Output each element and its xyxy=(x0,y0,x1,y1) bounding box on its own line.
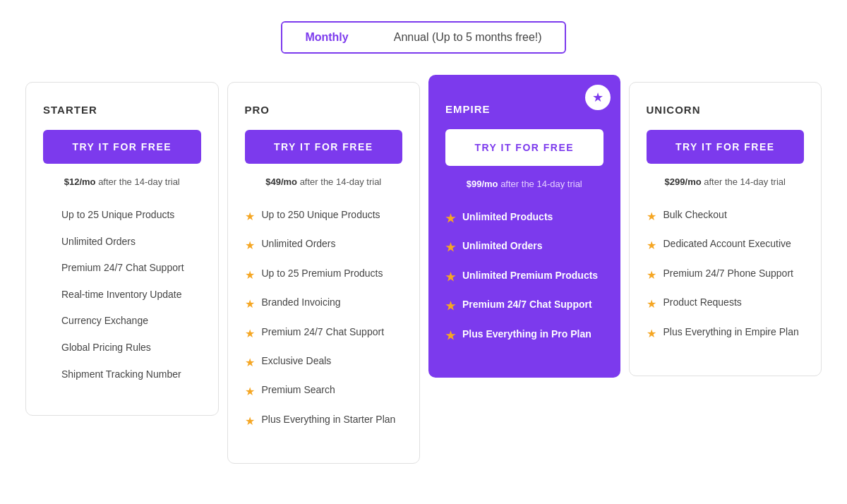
feature-text: Premium 24/7 Phone Support xyxy=(663,267,793,281)
star-icon: ★ xyxy=(245,326,255,342)
feature-item: ★ Unlimited Products xyxy=(445,210,603,227)
features-list: ★ Unlimited Products ★ Unlimited Orders … xyxy=(445,210,603,344)
feature-item: ★ Premium Search xyxy=(245,383,403,400)
feature-item: ★ Plus Everything in Starter Plan xyxy=(245,413,403,429)
feature-item: ★ Plus Everything in Pro Plan xyxy=(445,328,603,344)
feature-item: ★ Dedicated Account Executive xyxy=(647,237,805,253)
feature-item: ★ Unlimited Premium Products xyxy=(445,269,603,285)
feature-text: Premium 24/7 Chat Support xyxy=(262,325,385,340)
feature-item: Up to 25 Unique Products xyxy=(43,208,201,222)
feature-text: Premium 24/7 Chat Support xyxy=(462,298,592,312)
plan-name: EMPIRE xyxy=(445,103,603,115)
feature-text: Shipment Tracking Number xyxy=(61,368,181,382)
star-icon: ★ xyxy=(647,209,656,224)
feature-item: ★ Premium 24/7 Chat Support xyxy=(245,325,403,342)
plans-container: STARTER TRY IT FOR FREE $12/mo after the… xyxy=(21,82,826,464)
star-icon: ★ xyxy=(245,209,255,224)
billing-toggle[interactable]: Monthly Annual (Up to 5 months free!) xyxy=(281,21,565,54)
features-list: ★ Up to 250 Unique Products ★ Unlimited … xyxy=(245,208,403,429)
feature-item: ★ Bulk Checkout xyxy=(647,208,805,224)
feature-text: Exclusive Deals xyxy=(262,354,332,368)
cta-button[interactable]: TRY IT FOR FREE xyxy=(245,130,403,164)
feature-text: Premium Search xyxy=(262,383,335,397)
plan-card-pro: PRO TRY IT FOR FREE $49/mo after the 14-… xyxy=(227,82,421,464)
feature-item: Unlimited Orders xyxy=(43,235,201,249)
star-icon: ★ xyxy=(647,268,656,283)
star-icon: ★ xyxy=(647,326,656,342)
star-icon: ★ xyxy=(647,296,656,312)
plan-card-empire: ★ EMPIRE TRY IT FOR FREE $99/mo after th… xyxy=(428,75,620,378)
feature-text: Unlimited Orders xyxy=(61,235,136,249)
feature-text: Up to 25 Unique Products xyxy=(61,208,174,222)
feature-item: ★ Plus Everything in Empire Plan xyxy=(647,325,805,342)
price-text: $12/mo after the 14-day trial xyxy=(43,176,201,187)
cta-button[interactable]: TRY IT FOR FREE xyxy=(647,130,805,164)
star-icon: ★ xyxy=(245,414,255,429)
feature-item: ★ Unlimited Orders xyxy=(245,237,403,253)
feature-item: ★ Up to 25 Premium Products xyxy=(245,267,403,283)
star-icon: ★ xyxy=(245,355,255,371)
feature-text: Unlimited Orders xyxy=(462,239,543,253)
feature-text: Real-time Inventory Update xyxy=(61,288,181,302)
feature-item: ★ Branded Invoicing xyxy=(245,296,403,312)
feature-item: ★ Premium 24/7 Chat Support xyxy=(445,298,603,314)
feature-text: Plus Everything in Starter Plan xyxy=(262,413,396,427)
feature-text: Unlimited Orders xyxy=(262,237,336,251)
star-icon: ★ xyxy=(445,299,455,314)
feature-item: Premium 24/7 Chat Support xyxy=(43,261,201,275)
features-list: Up to 25 Unique Products Unlimited Order… xyxy=(43,208,201,381)
monthly-toggle-btn[interactable]: Monthly xyxy=(282,23,371,52)
feature-item: ★ Product Requests xyxy=(647,296,805,312)
feature-item: Global Pricing Rules xyxy=(43,341,201,355)
star-icon: ★ xyxy=(245,296,255,312)
feature-text: Unlimited Products xyxy=(462,210,553,224)
feature-item: Currency Exchange xyxy=(43,314,201,328)
feature-text: Plus Everything in Pro Plan xyxy=(462,328,591,342)
feature-text: Product Requests xyxy=(663,296,742,310)
features-list: ★ Bulk Checkout ★ Dedicated Account Exec… xyxy=(647,208,805,342)
feature-item: ★ Up to 250 Unique Products xyxy=(245,208,403,224)
feature-item: ★ Premium 24/7 Phone Support xyxy=(647,267,805,283)
cta-button[interactable]: TRY IT FOR FREE xyxy=(43,130,201,164)
plan-card-unicorn: UNICORN TRY IT FOR FREE $299/mo after th… xyxy=(629,82,822,376)
feature-item: Real-time Inventory Update xyxy=(43,288,201,302)
star-icon: ★ xyxy=(445,240,455,256)
feature-text: Plus Everything in Empire Plan xyxy=(663,325,799,340)
star-icon: ★ xyxy=(445,328,455,344)
plan-card-starter: STARTER TRY IT FOR FREE $12/mo after the… xyxy=(25,82,219,416)
star-icon: ★ xyxy=(647,238,656,253)
plan-name: UNICORN xyxy=(647,104,805,116)
feature-text: Premium 24/7 Chat Support xyxy=(61,261,184,275)
feature-text: Up to 250 Unique Products xyxy=(262,208,380,222)
annual-toggle-btn[interactable]: Annual (Up to 5 months free!) xyxy=(371,23,565,52)
feature-text: Branded Invoicing xyxy=(262,296,341,310)
star-icon: ★ xyxy=(445,270,455,285)
feature-item: ★ Unlimited Orders xyxy=(445,239,603,256)
feature-text: Dedicated Account Executive xyxy=(663,237,791,251)
feature-text: Up to 25 Premium Products xyxy=(262,267,383,281)
feature-text: Unlimited Premium Products xyxy=(462,269,598,283)
star-icon: ★ xyxy=(245,238,255,253)
star-icon: ★ xyxy=(245,268,255,283)
feature-text: Global Pricing Rules xyxy=(61,341,151,355)
plan-name: STARTER xyxy=(43,104,201,116)
feature-item: Shipment Tracking Number xyxy=(43,368,201,382)
price-text: $299/mo after the 14-day trial xyxy=(647,176,805,187)
cta-button[interactable]: TRY IT FOR FREE xyxy=(445,129,603,166)
featured-star-badge: ★ xyxy=(585,85,611,110)
price-text: $99/mo after the 14-day trial xyxy=(445,179,603,189)
star-icon: ★ xyxy=(445,211,455,227)
plan-name: PRO xyxy=(245,104,403,116)
feature-text: Bulk Checkout xyxy=(663,208,727,222)
feature-item: ★ Exclusive Deals xyxy=(245,354,403,371)
price-text: $49/mo after the 14-day trial xyxy=(245,176,403,187)
feature-text: Currency Exchange xyxy=(61,314,148,328)
star-icon: ★ xyxy=(245,384,255,400)
